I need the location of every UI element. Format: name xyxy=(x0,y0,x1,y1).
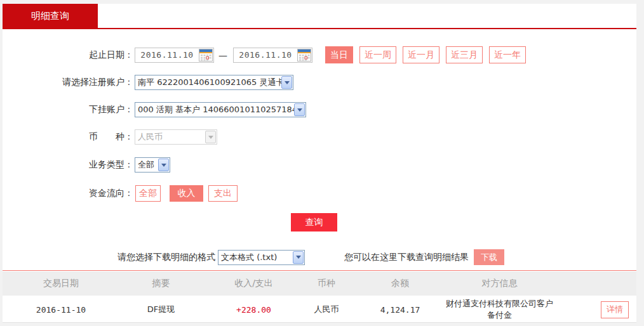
cell-amount: +228.00 xyxy=(211,305,296,315)
col-header-amount: 收入/支出 xyxy=(211,278,296,289)
cell-counterparty: 财付通支付科技有限公司客户备付金 xyxy=(443,298,556,321)
fund-flow-all-button[interactable]: 全部 xyxy=(135,185,161,202)
table-header: 交易日期 摘要 收入/支出 币种 余额 对方信息 xyxy=(3,271,636,296)
cell-summary: DF提现 xyxy=(111,304,211,315)
business-type-row: 业务类型： 全部 xyxy=(3,157,170,173)
currency-row: 币 种： 人民币 xyxy=(3,129,217,145)
chevron-down-icon xyxy=(205,131,216,143)
quick-range-year-button[interactable]: 近一年 xyxy=(489,46,526,63)
sub-account-label: 下挂账户： xyxy=(3,104,133,115)
business-type-value: 全部 xyxy=(135,159,158,171)
query-button[interactable]: 查询 xyxy=(291,213,337,231)
start-date-value: 2016.11.10 xyxy=(135,50,199,60)
table-row: 2016-11-10 DF提现 +228.00 人民币 4,124.17 财付通… xyxy=(3,297,636,323)
col-header-counterparty: 对方信息 xyxy=(443,278,556,289)
sub-account-value: 000 活期 基本户 1406600101102571848 xyxy=(135,104,294,115)
currency-label: 币 种： xyxy=(3,131,133,143)
col-header-balance: 余额 xyxy=(357,278,443,289)
col-header-summary: 摘要 xyxy=(111,278,211,289)
date-range-row: 起止日期： 2016.11.10 — 2016.11.10 xyxy=(3,46,526,63)
tab-underline xyxy=(3,28,636,29)
date-range-separator: — xyxy=(218,50,227,60)
cell-currency: 人民币 xyxy=(296,304,357,315)
tab-detail-query[interactable]: 明细查询 xyxy=(3,4,98,28)
quick-range-today-button[interactable]: 当日 xyxy=(325,46,353,63)
business-type-label: 业务类型： xyxy=(3,159,133,171)
end-date-input[interactable]: 2016.11.10 xyxy=(233,48,312,63)
end-date-value: 2016.11.10 xyxy=(234,50,297,60)
business-type-select[interactable]: 全部 xyxy=(135,157,170,173)
tab-label: 明细查询 xyxy=(31,10,69,22)
calendar-icon[interactable] xyxy=(199,49,213,62)
register-account-value: 南平 6222001406100921065 灵通卡 xyxy=(135,77,281,88)
cell-date: 2016-11-10 xyxy=(3,305,111,315)
chevron-down-icon[interactable] xyxy=(281,76,292,89)
download-row: 请您选择下载明细的格式 文本格式 (.txt) 您可以在这里下载查询明细结果 下… xyxy=(3,249,636,265)
fund-flow-expense-button[interactable]: 支出 xyxy=(208,185,238,202)
cell-action: 详情 xyxy=(556,301,636,318)
calendar-icon[interactable] xyxy=(297,49,311,62)
download-format-select[interactable]: 文本格式 (.txt) xyxy=(218,250,305,265)
currency-value: 人民币 xyxy=(135,131,205,143)
table-top-divider xyxy=(3,270,636,271)
start-date-input[interactable]: 2016.11.10 xyxy=(135,48,214,63)
quick-range-month-button[interactable]: 近一月 xyxy=(403,46,439,63)
download-format-label: 请您选择下载明细的格式 xyxy=(117,252,215,263)
col-header-currency: 币种 xyxy=(296,278,357,289)
chevron-down-icon[interactable] xyxy=(293,251,304,264)
date-range-label: 起止日期： xyxy=(3,49,133,61)
chevron-down-icon[interactable] xyxy=(294,103,305,116)
fund-flow-row: 资金流向： xyxy=(3,185,133,202)
download-button[interactable]: 下载 xyxy=(474,249,504,265)
cell-balance: 4,124.17 xyxy=(357,305,443,315)
quick-range-quarter-button[interactable]: 近三月 xyxy=(446,46,483,63)
fund-flow-label: 资金流向： xyxy=(3,188,133,199)
download-format-value: 文本格式 (.txt) xyxy=(218,252,293,263)
fund-flow-income-button[interactable]: 收入 xyxy=(170,185,203,202)
currency-select: 人民币 xyxy=(135,129,217,145)
chevron-down-icon[interactable] xyxy=(158,159,169,171)
register-account-label: 请选择注册账户： xyxy=(3,77,133,88)
detail-button[interactable]: 详情 xyxy=(601,301,629,318)
col-header-date: 交易日期 xyxy=(3,278,111,289)
sub-account-select[interactable]: 000 活期 基本户 1406600101102571848 xyxy=(135,102,306,117)
download-hint: 您可以在这里下载查询明细结果 xyxy=(344,252,469,263)
register-account-select[interactable]: 南平 6222001406100921065 灵通卡 xyxy=(135,75,293,90)
content-panel: 明细查询 起止日期： 2016.11.10 — 2016.11.10 xyxy=(3,4,636,321)
quick-range-week-button[interactable]: 近一周 xyxy=(359,46,396,63)
register-account-row: 请选择注册账户： 南平 6222001406100921065 灵通卡 xyxy=(3,75,293,90)
sub-account-row: 下挂账户： 000 活期 基本户 1406600101102571848 xyxy=(3,102,306,117)
